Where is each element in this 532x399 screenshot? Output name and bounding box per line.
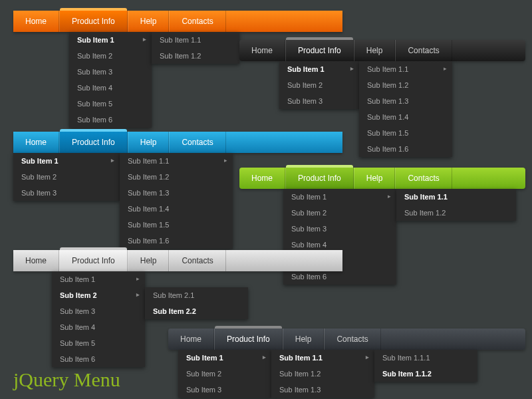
sub-item[interactable]: Sub Item 2.1 bbox=[145, 287, 248, 303]
nav-help[interactable]: Help bbox=[128, 11, 170, 32]
sub-item[interactable]: Sub Item 4 bbox=[69, 80, 152, 96]
nav-help[interactable]: Help bbox=[354, 168, 396, 189]
sub-item[interactable]: Sub Item 1 bbox=[13, 153, 120, 169]
sub-item[interactable]: Sub Item 1.1 bbox=[152, 32, 239, 48]
sub-item[interactable]: Sub Item 1.1 bbox=[359, 61, 452, 77]
sub-item[interactable]: Sub Item 5 bbox=[69, 96, 152, 112]
nav-home[interactable]: Home bbox=[239, 40, 285, 61]
nav-help[interactable]: Help bbox=[128, 250, 170, 271]
sub-item[interactable]: Sub Item 1 bbox=[283, 189, 396, 205]
nav-help[interactable]: Help bbox=[128, 132, 170, 153]
nav-home[interactable]: Home bbox=[13, 132, 59, 153]
sub-item[interactable]: Sub Item 2.2 bbox=[145, 303, 248, 319]
light-dropdown-l1: Sub Item 1 Sub Item 2 Sub Item 3 Sub Ite… bbox=[52, 271, 145, 367]
menu-orange: Home Product Info Help Contacts bbox=[13, 11, 342, 32]
sub-item[interactable]: Sub Item 2 bbox=[13, 169, 120, 185]
blue-dropdown-l2: Sub Item 1.1 Sub Item 1.2 Sub Item 1.3 S… bbox=[120, 153, 233, 249]
nav-contacts[interactable]: Contacts bbox=[395, 168, 452, 189]
sub-item[interactable]: Sub Item 3 bbox=[13, 185, 120, 201]
sub-item[interactable]: Sub Item 1 bbox=[279, 61, 359, 77]
sub-item[interactable]: Sub Item 1.2 bbox=[396, 205, 516, 221]
sub-item[interactable]: Sub Item 2 bbox=[69, 48, 152, 64]
nav-contacts[interactable]: Contacts bbox=[395, 40, 452, 61]
sub-item[interactable]: Sub Item 1 bbox=[178, 350, 271, 366]
nav-home[interactable]: Home bbox=[13, 11, 59, 32]
sub-item[interactable]: Sub Item 2 bbox=[279, 77, 359, 93]
sub-item[interactable]: Sub Item 1.5 bbox=[359, 125, 452, 141]
nav-help[interactable]: Help bbox=[283, 329, 325, 350]
sub-item[interactable]: Sub Item 1.1 bbox=[271, 350, 374, 366]
sub-item[interactable]: Sub Item 3 bbox=[279, 93, 359, 109]
sub-item[interactable]: Sub Item 2 bbox=[178, 366, 271, 382]
sub-item[interactable]: Sub Item 3 bbox=[178, 382, 271, 398]
menu-light: Home Product Info Help Contacts bbox=[13, 250, 342, 271]
sub-item[interactable]: Sub Item 1.4 bbox=[120, 201, 233, 217]
nav-home[interactable]: Home bbox=[168, 329, 214, 350]
dark-dropdown-l2: Sub Item 1.1 Sub Item 1.2 Sub Item 1.3 bbox=[271, 350, 374, 398]
black-dropdown-l1: Sub Item 1 Sub Item 2 Sub Item 3 bbox=[279, 61, 359, 109]
nav-product[interactable]: Product Info bbox=[59, 250, 128, 271]
nav-product[interactable]: Product Info bbox=[59, 11, 128, 32]
sub-item[interactable]: Sub Item 1.5 bbox=[120, 217, 233, 233]
orange-dropdown-l2: Sub Item 1.1 Sub Item 1.2 bbox=[152, 32, 239, 64]
menu-blue: Home Product Info Help Contacts bbox=[13, 132, 342, 153]
sub-item[interactable]: Sub Item 5 bbox=[52, 335, 145, 351]
nav-home[interactable]: Home bbox=[13, 250, 59, 271]
menu-dark: Home Product Info Help Contacts bbox=[168, 329, 525, 350]
sub-item[interactable]: Sub Item 1.3 bbox=[120, 185, 233, 201]
sub-item[interactable]: Sub Item 3 bbox=[52, 303, 145, 319]
menu-black: Home Product Info Help Contacts bbox=[239, 40, 525, 61]
menu-green: Home Product Info Help Contacts bbox=[239, 168, 525, 189]
sub-item[interactable]: Sub Item 1 bbox=[52, 271, 145, 287]
sub-item[interactable]: Sub Item 1.2 bbox=[120, 169, 233, 185]
nav-product[interactable]: Product Info bbox=[285, 40, 354, 61]
nav-contacts[interactable]: Contacts bbox=[169, 250, 225, 271]
sub-item[interactable]: Sub Item 2 bbox=[52, 287, 145, 303]
nav-help[interactable]: Help bbox=[354, 40, 396, 61]
dark-dropdown-l3: Sub Item 1.1.1 Sub Item 1.1.2 bbox=[374, 350, 477, 382]
green-dropdown-l2: Sub Item 1.1 Sub Item 1.2 bbox=[396, 189, 516, 221]
nav-contacts[interactable]: Contacts bbox=[169, 11, 225, 32]
sub-item[interactable]: Sub Item 1.1.2 bbox=[374, 366, 477, 382]
sub-item[interactable]: Sub Item 3 bbox=[283, 221, 396, 237]
sub-item[interactable]: Sub Item 1.3 bbox=[359, 93, 452, 109]
sub-item[interactable]: Sub Item 1 bbox=[69, 32, 152, 48]
black-dropdown-l2: Sub Item 1.1 Sub Item 1.2 Sub Item 1.3 S… bbox=[359, 61, 452, 157]
sub-item[interactable]: Sub Item 1.1 bbox=[120, 153, 233, 169]
sub-item[interactable]: Sub Item 6 bbox=[69, 112, 152, 128]
sub-item[interactable]: Sub Item 1.6 bbox=[359, 141, 452, 157]
sub-item[interactable]: Sub Item 1.3 bbox=[271, 382, 374, 398]
nav-contacts[interactable]: Contacts bbox=[324, 329, 380, 350]
sub-item[interactable]: Sub Item 2 bbox=[283, 205, 396, 221]
nav-product[interactable]: Product Info bbox=[285, 168, 354, 189]
sub-item[interactable]: Sub Item 4 bbox=[52, 319, 145, 335]
sub-item[interactable]: Sub Item 6 bbox=[52, 351, 145, 367]
light-dropdown-l2: Sub Item 2.1 Sub Item 2.2 bbox=[145, 287, 248, 319]
orange-dropdown-l1: Sub Item 1 Sub Item 2 Sub Item 3 Sub Ite… bbox=[69, 32, 152, 128]
nav-home[interactable]: Home bbox=[239, 168, 285, 189]
nav-product[interactable]: Product Info bbox=[214, 329, 283, 350]
blue-dropdown-l1: Sub Item 1 Sub Item 2 Sub Item 3 bbox=[13, 153, 120, 201]
sub-item[interactable]: Sub Item 1.1.1 bbox=[374, 350, 477, 366]
sub-item[interactable]: Sub Item 1.2 bbox=[152, 48, 239, 64]
sub-item[interactable]: Sub Item 1.2 bbox=[271, 366, 374, 382]
sub-item[interactable]: Sub Item 1.1 bbox=[396, 189, 516, 205]
sub-item[interactable]: Sub Item 1.6 bbox=[120, 233, 233, 249]
sub-item[interactable]: Sub Item 1.2 bbox=[359, 77, 452, 93]
sub-item[interactable]: Sub Item 1.4 bbox=[359, 109, 452, 125]
page-title: jQuery Menu bbox=[13, 368, 120, 391]
nav-product[interactable]: Product Info bbox=[59, 132, 128, 153]
dark-dropdown-l1: Sub Item 1 Sub Item 2 Sub Item 3 bbox=[178, 350, 271, 398]
nav-contacts[interactable]: Contacts bbox=[169, 132, 225, 153]
sub-item[interactable]: Sub Item 3 bbox=[69, 64, 152, 80]
